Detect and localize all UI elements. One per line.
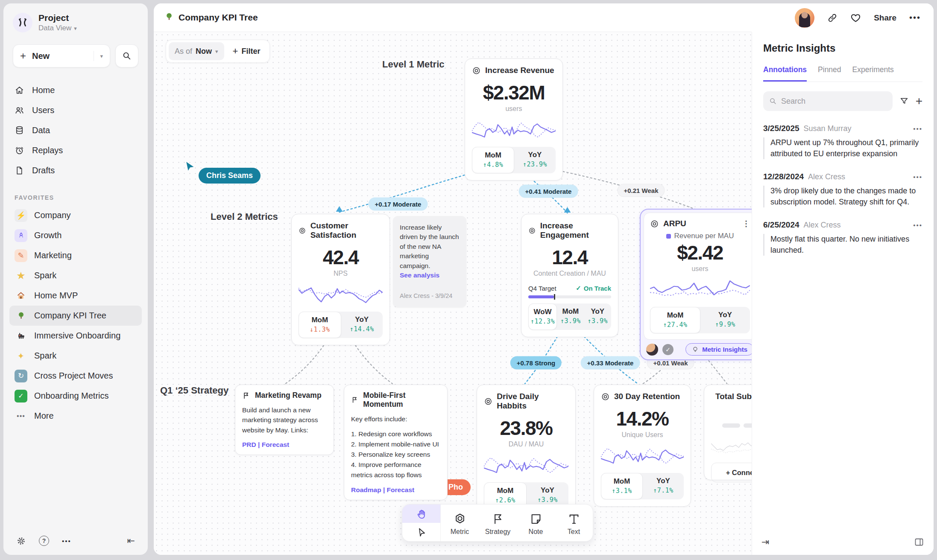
tab-pinned[interactable]: Pinned	[818, 65, 841, 82]
metric-title: Total Subscript	[715, 392, 752, 401]
metric-tool-button[interactable]: Metric	[441, 505, 479, 541]
annotations-search[interactable]	[763, 91, 893, 111]
target-progress-bar	[528, 295, 611, 298]
as-of-selector[interactable]: As of Now ▾	[169, 42, 224, 60]
help-icon[interactable]: ?	[39, 536, 49, 546]
kpi-canvas[interactable]: As of Now ▾ + Filter Level 1 Metric Leve…	[154, 32, 752, 555]
sidebar-item-company[interactable]: ⚡ Company	[9, 205, 142, 225]
sidebar-item-data[interactable]: Data	[3, 120, 148, 140]
collapse-panel-icon[interactable]: ⇥	[761, 537, 769, 548]
more-options-icon[interactable]: •••	[62, 537, 71, 545]
see-analysis-link[interactable]: See analysis	[400, 271, 439, 279]
metric-title: Customer Satisfaction	[310, 221, 383, 240]
text-icon	[568, 513, 580, 525]
check-icon: ✓	[15, 390, 27, 402]
favorite-heart-icon[interactable]	[850, 12, 861, 23]
strategy-body: Build and launch a new marketing strateg…	[242, 405, 327, 435]
strategy-links[interactable]: Roadmap | Forecast	[351, 486, 440, 494]
sidebar-item-company-kpi-tree[interactable]: Company KPI Tree	[9, 306, 142, 326]
annotation-menu-icon[interactable]: •••	[913, 222, 922, 229]
annotation-item[interactable]: 6/25/2024 Alex Cress ••• Mostly flat thi…	[763, 220, 922, 256]
strategy-links[interactable]: PRD | Forecast	[242, 441, 327, 449]
text-tool-button[interactable]: Text	[555, 505, 593, 541]
sidebar-item-replays[interactable]: Replays	[3, 140, 148, 160]
share-button[interactable]: Share	[874, 13, 896, 23]
filter-funnel-icon[interactable]	[899, 96, 909, 106]
split-view-icon[interactable]	[914, 537, 924, 547]
sidebar-item-more[interactable]: ••• More	[9, 406, 142, 426]
star-icon: ★	[15, 269, 27, 282]
hand-icon	[416, 508, 427, 519]
new-button[interactable]: + New ▾	[13, 44, 110, 67]
annotation-date: 6/25/2024	[763, 220, 799, 230]
settings-gear-icon[interactable]	[16, 536, 26, 546]
select-tool-button[interactable]	[402, 523, 440, 541]
panel-tabs: Annotations Pinned Experiments	[763, 65, 922, 82]
sidebar-item-users[interactable]: Users	[3, 100, 148, 120]
sidebar-item-cross-project-moves[interactable]: ↻ Cross Project Moves	[9, 366, 142, 386]
metric-card-30-day-retention[interactable]: 30 Day Retention 14.2% Unique Users MoM …	[594, 385, 691, 507]
project-switcher[interactable]: Project Data View ▾	[3, 13, 148, 32]
sidebar-item-spark-2[interactable]: ✦ Spark	[9, 346, 142, 366]
metric-value: $2.32M	[472, 81, 556, 104]
strategy-tool-button[interactable]: Strategy	[479, 505, 517, 541]
strategy-card-mobile-first-momentum[interactable]: Mobile-First Momentum Key efforts includ…	[344, 385, 448, 500]
tab-annotations[interactable]: Annotations	[763, 65, 807, 82]
canvas-note[interactable]: Increase likely driven by the launch of …	[393, 216, 466, 307]
search-input[interactable]	[781, 97, 887, 106]
sidebar-item-drafts[interactable]: Drafts	[3, 160, 148, 181]
metric-card-drive-daily-habbits[interactable]: Drive Daily Habbits 23.8% DAU / MAU MoM …	[477, 385, 576, 516]
tree-icon	[165, 12, 173, 23]
project-view-label: Data View	[38, 24, 71, 32]
connect-data-button[interactable]: + Connec	[711, 463, 752, 482]
chevron-down-icon: ▾	[215, 48, 218, 55]
annotation-text: Mostly flat this quarter. No new initiat…	[763, 234, 922, 256]
sidebar-item-label: Cross Project Moves	[34, 371, 113, 381]
check-icon: ✓	[576, 284, 581, 292]
annotation-item[interactable]: 12/28/2024 Alex Cress ••• 3% drop likely…	[763, 172, 922, 207]
avatar[interactable]	[795, 8, 814, 28]
kebab-menu-icon[interactable]: ⋮	[742, 219, 750, 228]
tab-experiments[interactable]: Experiments	[852, 65, 894, 82]
more-menu-icon[interactable]: •••	[909, 13, 921, 23]
sidebar-item-label: Data	[32, 125, 50, 135]
metric-card-increase-engagement[interactable]: Increase Engagement 12.4 Content Creatio…	[521, 214, 618, 337]
metric-unit: Unique Users	[601, 431, 684, 439]
sidebar-item-home-mvp[interactable]: Home MVP	[9, 286, 142, 306]
copy-link-icon[interactable]	[827, 13, 837, 23]
sidebar-item-growth[interactable]: Growth	[9, 225, 142, 245]
annotation-item[interactable]: 3/25/2025 Susan Murray ••• ARPU went up …	[763, 124, 922, 159]
sidebar-item-immersive-onboarding[interactable]: Immersive Onboarding	[9, 326, 142, 346]
main-area: Company KPI Tree Share •••	[154, 3, 934, 555]
annotation-date: 3/25/2025	[763, 124, 799, 133]
sidebar-item-onboarding-metrics[interactable]: ✓ Onboarding Metrics	[9, 386, 142, 406]
sidebar-item-marketing[interactable]: ✎ Marketing	[9, 245, 142, 265]
sidebar-item-spark[interactable]: ★ Spark	[9, 265, 142, 286]
sidebar-item-home[interactable]: Home	[3, 80, 148, 100]
sidebar-search-button[interactable]	[115, 44, 138, 67]
metric-value: 14.2%	[601, 407, 684, 430]
note-icon	[530, 513, 542, 525]
annotation-author: Alex Cress	[808, 172, 845, 181]
add-filter-button[interactable]: + Filter	[226, 46, 267, 57]
project-view-selector[interactable]: Data View ▾	[38, 24, 77, 32]
target-label: Q4 Target	[528, 285, 576, 292]
add-annotation-icon[interactable]: +	[916, 94, 922, 108]
metric-card-total-subscriptions[interactable]: Total Subscript + Connec	[704, 385, 752, 480]
annotation-menu-icon[interactable]: •••	[913, 173, 922, 181]
hand-tool-button[interactable]	[402, 505, 440, 523]
strategy-list-item: 2. Implement mobile-native UI	[351, 439, 440, 449]
lightbulb-icon	[692, 346, 699, 353]
search-icon	[122, 51, 132, 61]
annotation-menu-icon[interactable]: •••	[913, 125, 922, 132]
metric-insights-button[interactable]: Metric Insights	[685, 343, 752, 356]
metric-card-increase-revenue[interactable]: Increase Revenue $2.32M users MoM ↑4.8% …	[465, 58, 563, 181]
metric-title: Drive Daily Habbits	[497, 392, 568, 411]
strategy-card-marketing-revamp[interactable]: Marketing Revamp Build and launch a new …	[235, 385, 334, 455]
annotation-author: Susan Murray	[804, 124, 852, 133]
collapse-sidebar-icon[interactable]: ⇤	[127, 535, 135, 546]
chevron-down-icon[interactable]: ▾	[100, 53, 103, 59]
metric-card-arpu[interactable]: ARPU ⋮ Revenue per MAU $2.42 users	[640, 209, 752, 360]
note-tool-button[interactable]: Note	[517, 505, 555, 541]
metric-card-customer-satisfaction[interactable]: Customer Satisfaction 42.4 NPS MoM ↓1.3%…	[291, 214, 390, 345]
